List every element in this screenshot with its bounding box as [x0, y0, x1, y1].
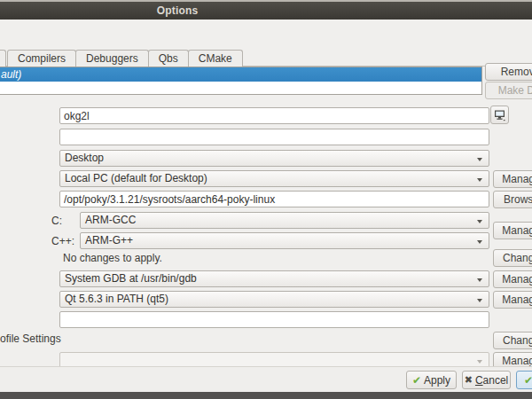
manage-device-button[interactable]: Manage...	[493, 170, 532, 188]
dialog-button-bar: ✔ Apply ✖ Cancel ✔	[0, 366, 532, 392]
window-titlebar[interactable]: Options	[0, 2, 532, 20]
chevron-down-icon	[477, 299, 482, 302]
kit-list[interactable]: ault)	[0, 66, 482, 95]
debugger-value: System GDB at /usr/bin/gdb	[65, 272, 197, 285]
device-value: Local PC (default for Desktop)	[65, 172, 207, 184]
change-profile-button[interactable]: Change...	[493, 332, 532, 349]
window-title: Options	[0, 4, 355, 17]
kit-name-field[interactable]	[59, 107, 489, 124]
chevron-down-icon	[477, 278, 482, 282]
filesystem-input[interactable]	[59, 129, 489, 145]
change-environment-button[interactable]: Change...	[493, 249, 532, 267]
environment-status: No changes to apply.	[63, 252, 162, 264]
manage-qt-versions-button[interactable]: Manage...	[493, 291, 532, 309]
c-compiler-value: ARM-GCC	[85, 214, 136, 226]
chevron-down-icon	[477, 220, 482, 223]
kit-list-item-selected[interactable]: ault)	[0, 67, 481, 82]
make-default-button[interactable]: Make Default	[485, 82, 532, 99]
c-compiler-select[interactable]: ARM-GCC	[80, 212, 489, 229]
qt-version-value: Qt 5.6.3 in PATH (qt5)	[65, 293, 168, 305]
sysroot-input[interactable]	[59, 191, 489, 207]
tab-qbs[interactable]: Qbs	[148, 50, 189, 66]
c-compiler-label: C:	[51, 215, 62, 227]
chevron-down-icon	[477, 360, 482, 364]
tab-bar: Compilers Debuggers Qbs CMake	[7, 50, 243, 66]
mkspec-input[interactable]	[59, 311, 489, 328]
device-type-select[interactable]: Desktop	[59, 150, 489, 167]
tab-compilers[interactable]: Compilers	[7, 50, 76, 66]
chevron-down-icon	[477, 158, 482, 161]
device-type-value: Desktop	[65, 152, 104, 164]
cancel-button-label: Cancel	[475, 374, 508, 387]
manage-debuggers-button[interactable]: Manage...	[493, 270, 532, 288]
tab-debuggers[interactable]: Debuggers	[75, 50, 149, 66]
kit-icon-button[interactable]	[490, 106, 509, 124]
cpp-compiler-select[interactable]: ARM-G++	[80, 232, 489, 249]
cpp-compiler-value: ARM-G++	[85, 234, 133, 246]
x-icon: ✖	[465, 374, 473, 386]
profile-settings-label: ofile Settings	[0, 332, 61, 345]
apply-button-label: Apply	[424, 374, 450, 387]
chevron-down-icon	[477, 178, 482, 182]
filesystem-field[interactable]	[59, 129, 489, 145]
tab-cmake[interactable]: CMake	[188, 50, 243, 66]
cancel-button[interactable]: ✖ Cancel	[462, 371, 511, 389]
remove-button[interactable]: Remove	[485, 63, 532, 81]
tab-partial-left[interactable]	[0, 50, 6, 66]
qt-version-select[interactable]: Qt 5.6.3 in PATH (qt5)	[59, 291, 489, 308]
sysroot-field[interactable]	[59, 191, 489, 207]
manage-compilers-button[interactable]: Manage...	[493, 222, 532, 239]
mkspec-field[interactable]	[59, 311, 489, 328]
check-icon: ✔	[524, 374, 532, 387]
ok-button[interactable]: ✔	[516, 371, 532, 389]
device-select[interactable]: Local PC (default for Desktop)	[59, 170, 489, 187]
apply-button[interactable]: ✔ Apply	[406, 371, 457, 389]
check-icon: ✔	[412, 374, 421, 387]
browse-sysroot-button[interactable]: Browse...	[493, 191, 532, 208]
cpp-compiler-label: C++:	[51, 235, 74, 247]
kit-name-input[interactable]	[59, 107, 489, 124]
screen-bottom-strip	[0, 392, 532, 399]
chevron-down-icon	[477, 240, 482, 244]
debugger-select[interactable]: System GDB at /usr/bin/gdb	[59, 270, 489, 287]
